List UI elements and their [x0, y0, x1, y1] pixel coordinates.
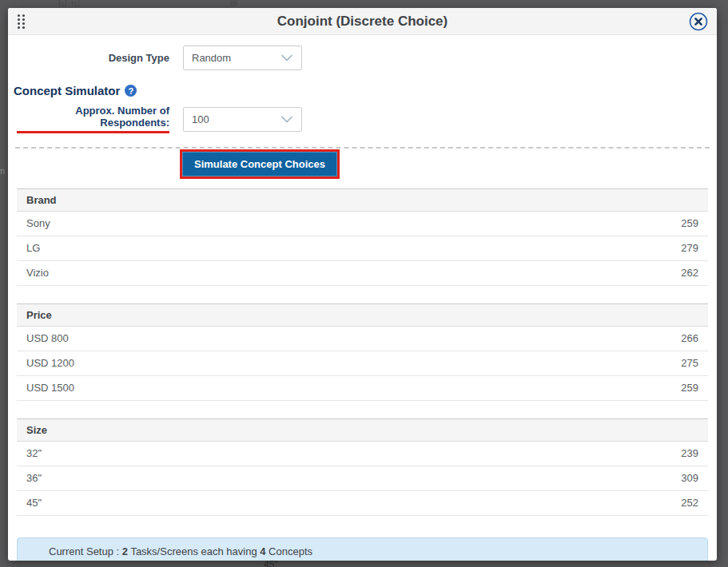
table-header: Brand: [17, 189, 708, 212]
modal-header: Conjoint (Discrete Choice): [8, 8, 717, 35]
background-toolbar-icon-fragment: ◱◱: [58, 0, 85, 7]
level-count: 279: [681, 242, 698, 254]
design-type-row: Design Type Random: [17, 46, 708, 70]
respondents-select[interactable]: 100: [183, 107, 302, 132]
info-line-2: Counts represent the approximate number …: [49, 559, 691, 561]
concept-simulator-heading: Concept Simulator ?: [14, 84, 708, 97]
brand-table: Brand Sony 259 LG 279 Vizio 262: [17, 188, 708, 286]
price-table: Price USD 800 266 USD 1200 275 USD 1500 …: [17, 303, 708, 401]
conjoint-modal: Conjoint (Discrete Choice) Design Type R…: [8, 8, 717, 561]
table-header: Size: [17, 419, 708, 442]
level-count: 259: [681, 217, 698, 229]
simulate-concept-choices-button[interactable]: Simulate Concept Choices: [182, 152, 337, 176]
respondents-value: 100: [192, 113, 209, 125]
background-text-fragment-left: m: [0, 166, 5, 176]
table-row: 36" 309: [17, 466, 708, 491]
concept-simulator-title: Concept Simulator: [14, 84, 120, 97]
level-count: 239: [681, 447, 698, 459]
level-count: 309: [681, 472, 698, 484]
chevron-down-icon: [280, 54, 293, 61]
design-type-select[interactable]: Random: [183, 46, 302, 70]
table-row: Sony 259: [17, 212, 708, 236]
respondents-row: Approx. Number of Respondents: 100: [17, 105, 708, 133]
simulate-button-row: Simulate Concept Choices: [182, 152, 708, 176]
info-line-1: Current Setup : 2 Tasks/Screens each hav…: [49, 545, 691, 559]
table-header: Price: [17, 304, 708, 327]
level-label: LG: [26, 242, 40, 254]
level-label: 36": [26, 472, 42, 484]
modal-body: Design Type Random Concept Simulator ? A…: [8, 46, 717, 561]
table-row: LG 279: [17, 236, 708, 261]
current-setup-info-box: Current Setup : 2 Tasks/Screens each hav…: [17, 537, 708, 561]
design-type-label: Design Type: [17, 52, 169, 64]
level-count: 259: [681, 382, 698, 394]
level-count: 266: [681, 332, 698, 344]
level-count: 262: [681, 267, 698, 279]
modal-title: Conjoint (Discrete Choice): [8, 14, 717, 30]
table-row: 32" 239: [17, 442, 708, 466]
level-label: 45": [26, 497, 42, 509]
table-row: 45" 252: [17, 491, 708, 516]
level-label: USD 800: [26, 332, 69, 344]
close-button[interactable]: [688, 11, 709, 32]
table-row: USD 1200 275: [17, 351, 708, 376]
dashed-divider: [15, 147, 710, 149]
level-label: Sony: [26, 217, 50, 229]
help-icon[interactable]: ?: [125, 85, 137, 97]
level-label: USD 1500: [26, 382, 74, 394]
table-row: USD 1500 259: [17, 376, 708, 401]
level-label: USD 1200: [26, 357, 74, 369]
table-row: USD 800 266: [17, 327, 708, 351]
level-label: 32": [26, 447, 42, 459]
background-circle-icon-fragment: ◎: [230, 0, 238, 7]
size-table: Size 32" 239 36" 309 45" 252: [17, 418, 708, 516]
level-count: 275: [681, 357, 698, 369]
table-row: Vizio 262: [17, 261, 708, 286]
chevron-down-icon: [280, 116, 293, 123]
close-icon: [688, 11, 709, 32]
design-type-value: Random: [192, 52, 231, 64]
screen: ◱◱ ◎ m 45" Conjoint (Discrete Choice) De…: [0, 0, 728, 567]
respondents-label: Approx. Number of Respondents:: [17, 105, 169, 133]
level-label: Vizio: [26, 267, 49, 279]
level-count: 252: [681, 497, 698, 509]
